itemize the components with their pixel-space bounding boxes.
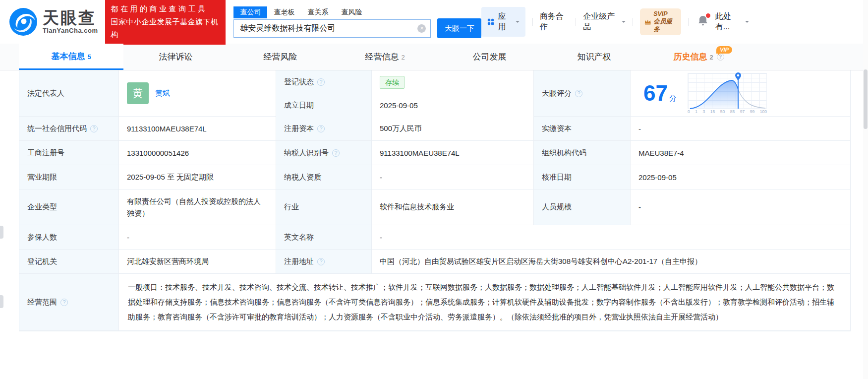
approval-date-value: 2025-09-05	[630, 165, 850, 189]
search-tab-relation[interactable]: 查关系	[301, 6, 335, 18]
account-menu[interactable]: 此处有...	[715, 11, 749, 32]
search-tabs: 查公司 查老板 查关系 查风险	[233, 5, 481, 18]
paid-capital-label: 实缴资本	[533, 117, 630, 140]
help-icon[interactable]	[60, 299, 68, 306]
tab-operating-risk[interactable]: 经营风险	[228, 44, 333, 70]
reg-status-label: 登记状态	[276, 70, 371, 94]
tab-basic-info[interactable]: 基本信息 5	[19, 44, 123, 70]
tab-history-info[interactable]: VIP 历史信息 2	[646, 44, 751, 70]
help-icon[interactable]	[575, 90, 582, 97]
tab-intellectual-property[interactable]: 知识产权	[542, 44, 646, 70]
paid-capital-value: -	[630, 117, 850, 140]
table-row: 法定代表人 黄 黄斌 登记状态 存续 天眼评分 67分	[19, 70, 850, 117]
business-term-label: 营业期限	[19, 165, 118, 189]
business-cooperation-link[interactable]: 商务合作	[540, 11, 569, 32]
search-tab-company[interactable]: 查公司	[233, 6, 267, 18]
establish-date-label: 成立日期	[276, 93, 371, 117]
tab-count: 2	[709, 54, 713, 61]
help-icon[interactable]	[90, 125, 98, 132]
tab-label: 公司发展	[473, 51, 507, 63]
notification-dot	[706, 13, 710, 18]
credit-code-value: 91133100MAEU38E74L	[118, 117, 276, 140]
svip-line1: SVIP	[653, 10, 676, 18]
tab-company-development[interactable]: 公司发展	[437, 44, 542, 70]
english-name-value: -	[371, 225, 850, 249]
tab-legal-proceedings[interactable]: 法律诉讼	[123, 44, 228, 70]
org-code-value: MAEU38E7-4	[630, 141, 850, 165]
scrollbar-thumb[interactable]	[864, 69, 868, 129]
svip-member-button[interactable]: SVIP 会员服务	[640, 8, 681, 36]
table-row: 经营范围 一般项目：技术服务、技术开发、技术咨询、技术交流、技术转让、技术推广；…	[19, 274, 850, 331]
clear-icon[interactable]	[417, 24, 426, 33]
search-area: 查公司 查老板 查关系 查风险 天眼一下	[233, 5, 481, 38]
tab-business-info[interactable]: 经营信息 2	[333, 44, 437, 70]
brand-name: 天眼查	[43, 9, 98, 27]
reg-address-label: 注册地址	[276, 250, 371, 273]
taxpayer-id-label: 纳税人识别号	[276, 141, 371, 165]
brand-domain: TianYanCha.com	[43, 27, 98, 34]
chevron-down-icon	[745, 21, 749, 25]
divider	[576, 18, 576, 26]
table-row: 登记机关 河北雄安新区营商环境局 注册地址 中国（河北）自由贸易试验区雄安片区启…	[19, 250, 850, 274]
company-type-label: 企业类型	[19, 190, 118, 225]
reg-authority-value: 河北雄安新区营商环境局	[118, 250, 276, 273]
tab-label: 经营信息	[365, 51, 399, 63]
search-tab-risk[interactable]: 查风险	[335, 6, 368, 18]
status-badge: 存续	[380, 76, 405, 89]
search-tab-boss[interactable]: 查老板	[267, 6, 301, 18]
divider	[532, 18, 533, 26]
apps-grid-icon	[487, 18, 494, 26]
notification-bell-icon[interactable]	[697, 15, 708, 29]
reg-number-label: 工商注册号	[19, 141, 118, 165]
establish-date-value: 2025-09-05	[371, 93, 533, 117]
chevron-down-icon	[622, 21, 626, 25]
score-value-cell: 67分	[630, 70, 850, 116]
company-type-value: 有限责任公司（自然人投资或控股的法人独资）	[118, 190, 276, 225]
tab-label: 基本信息	[51, 51, 85, 62]
credit-code-label: 统一社会信用代码	[19, 117, 118, 140]
left-edge-handle[interactable]	[0, 226, 3, 239]
legal-rep-label: 法定代表人	[19, 70, 118, 116]
basic-info-table: 法定代表人 黄 黄斌 登记状态 存续 天眼评分 67分	[19, 70, 851, 331]
business-scope-value: 一般项目：技术服务、技术开发、技术咨询、技术交流、技术转让、技术推广；软件开发；…	[118, 274, 850, 330]
tab-label: 历史信息	[673, 51, 707, 63]
table-row: 企业类型 有限责任公司（自然人投资或控股的法人独资） 行业 软件和信息技术服务业…	[19, 190, 850, 225]
slogan-badge: 都在用的商业查询工具 国家中小企业发展子基金旗下机构	[105, 0, 226, 45]
help-icon[interactable]	[332, 149, 340, 157]
reg-capital-label: 注册资本	[276, 117, 371, 140]
help-icon[interactable]	[317, 78, 325, 86]
help-icon[interactable]	[317, 258, 325, 265]
taxpayer-id-value: 91133100MAEU38E74L	[371, 141, 533, 165]
apps-menu[interactable]: 应用	[481, 7, 525, 37]
scrollbar-track	[863, 0, 868, 379]
avatar[interactable]: 黄	[127, 82, 149, 104]
reg-number-value: 133100000051426	[118, 141, 276, 165]
section-tabbar: 基本信息 5 法律诉讼 经营风险 经营信息 2 公司发展 知识产权 VIP 历史…	[0, 44, 868, 70]
business-term-value: 2025-09-05 至 无固定期限	[118, 165, 276, 189]
table-row: 工商注册号 133100000051426 纳税人识别号 91133100MAE…	[19, 141, 850, 165]
table-row: 参保人数 - 英文名称 -	[19, 225, 850, 250]
tab-count: 2	[401, 54, 405, 61]
account-label: 此处有...	[715, 11, 743, 32]
help-icon[interactable]	[317, 125, 325, 132]
org-code-label: 组织机构代码	[533, 141, 630, 165]
search-button[interactable]: 天眼一下	[437, 18, 481, 38]
reg-capital-value: 500万人民币	[371, 117, 533, 140]
slogan-line2: 国家中小企业发展子基金旗下机构	[111, 15, 220, 42]
score-distribution-chart: 0 1 3 15 50 85 97 99 100	[688, 73, 768, 114]
taxpayer-quality-label: 纳税人资质	[276, 165, 371, 189]
tab-label: 经营风险	[264, 51, 297, 63]
crown-icon	[644, 18, 652, 25]
left-edge-handle[interactable]	[0, 295, 3, 308]
score-curve	[688, 69, 767, 110]
search-input[interactable]	[233, 19, 431, 38]
tab-count: 5	[87, 53, 91, 61]
reg-authority-label: 登记机关	[19, 250, 118, 273]
enterprise-products-link[interactable]: 企业级产品	[583, 11, 625, 32]
tab-label: 知识产权	[578, 51, 611, 63]
industry-value: 软件和信息技术服务业	[371, 190, 533, 225]
tianyancha-logo[interactable]: 天眼查 TianYanCha.com	[9, 7, 98, 36]
table-row: 营业期限 2025-09-05 至 无固定期限 纳税人资质 - 核准日期 202…	[19, 165, 850, 190]
legal-rep-name-link[interactable]: 黄斌	[155, 89, 170, 98]
insured-count-value: -	[118, 225, 276, 249]
